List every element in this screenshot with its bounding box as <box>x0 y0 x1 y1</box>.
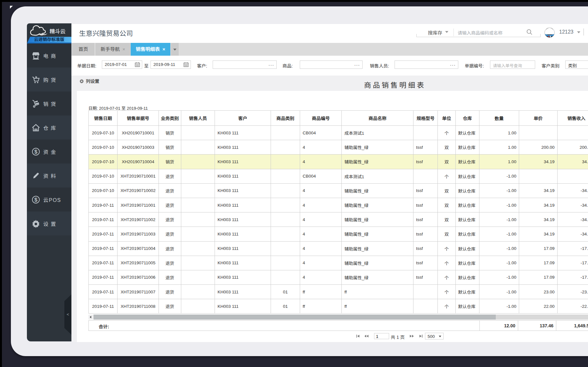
svg-text:$: $ <box>34 197 37 203</box>
svg-text:$: $ <box>34 149 37 155</box>
svg-text:精斗云: 精斗云 <box>50 27 66 35</box>
